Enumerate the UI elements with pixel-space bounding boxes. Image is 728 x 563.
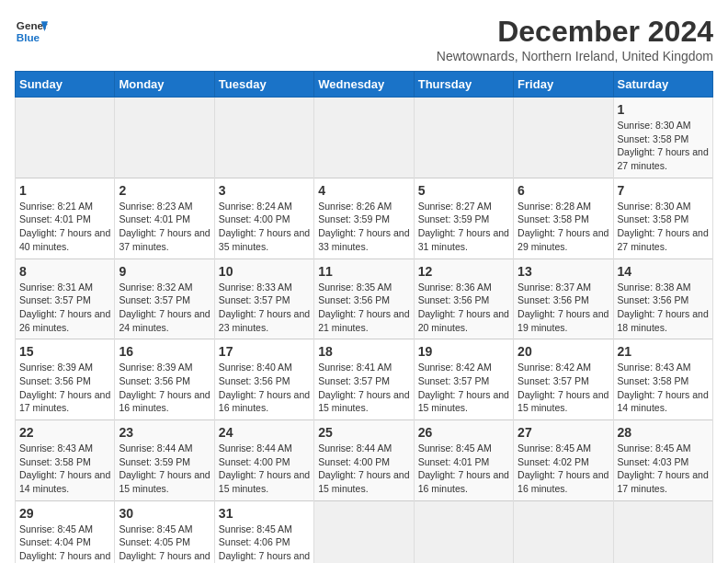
calendar-cell: 1 Sunrise: 8:30 AM Sunset: 3:58 PM Dayli… [613,98,712,178]
calendar-cell: 31 Sunrise: 8:45 AM Sunset: 4:06 PM Dayl… [214,500,313,563]
calendar-cell: 19 Sunrise: 8:42 AM Sunset: 3:57 PM Dayl… [414,339,513,420]
calendar-cell: 5 Sunrise: 8:27 AM Sunset: 3:59 PM Dayli… [414,178,513,259]
calendar-cell: 25 Sunrise: 8:44 AM Sunset: 4:00 PM Dayl… [314,420,414,501]
calendar-row: 8 Sunrise: 8:31 AM Sunset: 3:57 PM Dayli… [16,259,713,339]
calendar-cell: 4 Sunrise: 8:26 AM Sunset: 3:59 PM Dayli… [314,178,414,259]
calendar-cell: 21 Sunrise: 8:43 AM Sunset: 3:58 PM Dayl… [613,339,712,420]
day-info: Sunrise: 8:44 AM Sunset: 4:00 PM Dayligh… [318,442,409,496]
day-info: Sunrise: 8:45 AM Sunset: 4:06 PM Dayligh… [219,523,310,563]
day-number: 1 [19,183,110,198]
calendar-cell: 7 Sunrise: 8:30 AM Sunset: 3:58 PM Dayli… [613,178,712,259]
day-info: Sunrise: 8:36 AM Sunset: 3:56 PM Dayligh… [418,281,509,335]
day-number: 30 [119,506,210,521]
day-info: Sunrise: 8:37 AM Sunset: 3:56 PM Dayligh… [518,281,609,335]
calendar-cell: 15 Sunrise: 8:39 AM Sunset: 3:56 PM Dayl… [16,339,115,420]
day-info: Sunrise: 8:30 AM Sunset: 3:58 PM Dayligh… [618,200,709,254]
col-header-saturday: Saturday [613,72,712,98]
day-info: Sunrise: 8:43 AM Sunset: 3:58 PM Dayligh… [618,361,709,415]
col-header-thursday: Thursday [414,72,513,98]
day-info: Sunrise: 8:38 AM Sunset: 3:56 PM Dayligh… [618,281,709,335]
day-number: 31 [219,506,310,521]
day-info: Sunrise: 8:42 AM Sunset: 3:57 PM Dayligh… [418,361,509,415]
calendar-row: 22 Sunrise: 8:43 AM Sunset: 3:58 PM Dayl… [16,420,713,501]
calendar-cell [514,98,613,178]
day-number: 5 [418,183,509,198]
day-info: Sunrise: 8:23 AM Sunset: 4:01 PM Dayligh… [119,200,210,254]
calendar-cell: 26 Sunrise: 8:45 AM Sunset: 4:01 PM Dayl… [414,420,513,501]
calendar-cell: 6 Sunrise: 8:28 AM Sunset: 3:58 PM Dayli… [514,178,613,259]
calendar-cell: 28 Sunrise: 8:45 AM Sunset: 4:03 PM Dayl… [613,420,712,501]
calendar-cell: 24 Sunrise: 8:44 AM Sunset: 4:00 PM Dayl… [214,420,313,501]
col-header-monday: Monday [115,72,214,98]
calendar-cell: 29 Sunrise: 8:45 AM Sunset: 4:04 PM Dayl… [16,500,115,563]
day-info: Sunrise: 8:26 AM Sunset: 3:59 PM Dayligh… [318,200,409,254]
day-number: 22 [19,425,110,440]
calendar-cell: 9 Sunrise: 8:32 AM Sunset: 3:57 PM Dayli… [115,259,214,339]
page-header: General Blue December 2024 Newtownards, … [15,15,713,63]
day-number: 10 [219,264,310,279]
calendar-cell: 12 Sunrise: 8:36 AM Sunset: 3:56 PM Dayl… [414,259,513,339]
calendar-cell: 22 Sunrise: 8:43 AM Sunset: 3:58 PM Dayl… [16,420,115,501]
calendar-cell: 3 Sunrise: 8:24 AM Sunset: 4:00 PM Dayli… [214,178,313,259]
day-number: 29 [19,506,110,521]
day-info: Sunrise: 8:44 AM Sunset: 4:00 PM Dayligh… [219,442,310,496]
day-number: 17 [219,344,310,359]
day-info: Sunrise: 8:45 AM Sunset: 4:03 PM Dayligh… [618,442,709,496]
day-number: 7 [618,183,709,198]
logo-icon: General Blue [15,15,48,48]
calendar-cell [115,98,214,178]
day-info: Sunrise: 8:41 AM Sunset: 3:57 PM Dayligh… [318,361,409,415]
calendar-cell: 2 Sunrise: 8:23 AM Sunset: 4:01 PM Dayli… [115,178,214,259]
calendar-cell: 17 Sunrise: 8:40 AM Sunset: 3:56 PM Dayl… [214,339,313,420]
day-number: 12 [418,264,509,279]
day-number: 3 [219,183,310,198]
day-number: 23 [119,425,210,440]
day-number: 1 [618,102,709,117]
col-header-sunday: Sunday [16,72,115,98]
calendar-cell: 23 Sunrise: 8:44 AM Sunset: 3:59 PM Dayl… [115,420,214,501]
day-number: 28 [618,425,709,440]
day-info: Sunrise: 8:31 AM Sunset: 3:57 PM Dayligh… [19,281,110,335]
day-number: 25 [318,425,409,440]
day-number: 8 [19,264,110,279]
col-header-friday: Friday [514,72,613,98]
day-info: Sunrise: 8:45 AM Sunset: 4:01 PM Dayligh… [418,442,509,496]
day-number: 21 [618,344,709,359]
day-info: Sunrise: 8:45 AM Sunset: 4:04 PM Dayligh… [19,523,110,563]
day-info: Sunrise: 8:35 AM Sunset: 3:56 PM Dayligh… [318,281,409,335]
calendar-row: 1 Sunrise: 8:21 AM Sunset: 4:01 PM Dayli… [16,178,713,259]
day-info: Sunrise: 8:42 AM Sunset: 3:57 PM Dayligh… [518,361,609,415]
calendar-cell [414,98,513,178]
day-info: Sunrise: 8:40 AM Sunset: 3:56 PM Dayligh… [219,361,310,415]
day-info: Sunrise: 8:24 AM Sunset: 4:00 PM Dayligh… [219,200,310,254]
location-subtitle: Newtownards, Northern Ireland, United Ki… [437,49,713,63]
calendar-cell [414,500,513,563]
calendar-cell: 8 Sunrise: 8:31 AM Sunset: 3:57 PM Dayli… [16,259,115,339]
calendar-cell: 16 Sunrise: 8:39 AM Sunset: 3:56 PM Dayl… [115,339,214,420]
day-number: 11 [318,264,409,279]
col-header-wednesday: Wednesday [314,72,414,98]
calendar-cell [214,98,313,178]
calendar-table: SundayMondayTuesdayWednesdayThursdayFrid… [15,71,713,563]
day-info: Sunrise: 8:45 AM Sunset: 4:02 PM Dayligh… [518,442,609,496]
day-info: Sunrise: 8:39 AM Sunset: 3:56 PM Dayligh… [119,361,210,415]
calendar-row: 1 Sunrise: 8:30 AM Sunset: 3:58 PM Dayli… [16,98,713,178]
day-number: 20 [518,344,609,359]
day-number: 26 [418,425,509,440]
calendar-cell: 1 Sunrise: 8:21 AM Sunset: 4:01 PM Dayli… [16,178,115,259]
calendar-cell [514,500,613,563]
day-number: 4 [318,183,409,198]
day-number: 15 [19,344,110,359]
calendar-cell: 27 Sunrise: 8:45 AM Sunset: 4:02 PM Dayl… [514,420,613,501]
day-number: 9 [119,264,210,279]
calendar-cell: 18 Sunrise: 8:41 AM Sunset: 3:57 PM Dayl… [314,339,414,420]
calendar-cell [16,98,115,178]
calendar-cell [314,98,414,178]
day-info: Sunrise: 8:44 AM Sunset: 3:59 PM Dayligh… [119,442,210,496]
day-info: Sunrise: 8:30 AM Sunset: 3:58 PM Dayligh… [618,119,709,173]
col-header-tuesday: Tuesday [214,72,313,98]
day-number: 18 [318,344,409,359]
calendar-cell: 13 Sunrise: 8:37 AM Sunset: 3:56 PM Dayl… [514,259,613,339]
day-number: 14 [618,264,709,279]
calendar-row: 15 Sunrise: 8:39 AM Sunset: 3:56 PM Dayl… [16,339,713,420]
